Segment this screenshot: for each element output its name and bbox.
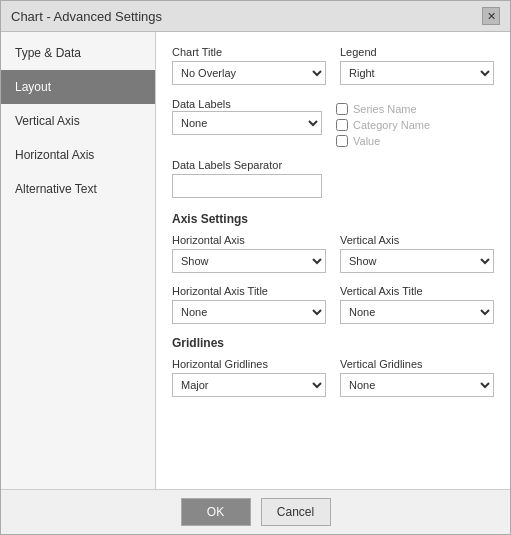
close-button[interactable]: ✕ [482, 7, 500, 25]
vertical-axis-title-select[interactable]: None [340, 300, 494, 324]
data-labels-separator-group: Data Labels Separator [172, 159, 494, 198]
value-label: Value [353, 135, 380, 147]
main-content: Chart Title No Overlay Legend Right Data… [156, 32, 510, 489]
vertical-axis-title-group: Vertical Axis Title None [340, 285, 494, 324]
data-labels-label: Data Labels [172, 98, 231, 110]
ok-button[interactable]: OK [181, 498, 251, 526]
chart-title-select[interactable]: No Overlay [172, 61, 326, 85]
horizontal-axis-title-select[interactable]: None [172, 300, 326, 324]
category-name-label: Category Name [353, 119, 430, 131]
value-checkbox[interactable] [336, 135, 348, 147]
dialog-header: Chart - Advanced Settings ✕ [1, 1, 510, 32]
chart-title-label: Chart Title [172, 46, 326, 58]
data-labels-group: Data Labels None [172, 97, 322, 147]
sidebar-item-type-data[interactable]: Type & Data [1, 36, 155, 70]
horizontal-axis-select[interactable]: Show [172, 249, 326, 273]
data-labels-checkboxes: Series Name Category Name Value [336, 97, 494, 147]
horizontal-axis-title-group: Horizontal Axis Title None [172, 285, 326, 324]
sidebar-item-alternative-text[interactable]: Alternative Text [1, 172, 155, 206]
dialog: Chart - Advanced Settings ✕ Type & Data … [0, 0, 511, 535]
vertical-axis-group: Vertical Axis Show [340, 234, 494, 273]
series-name-checkbox-item[interactable]: Series Name [336, 103, 494, 115]
vertical-axis-select[interactable]: Show [340, 249, 494, 273]
gridlines-row: Horizontal Gridlines Major Vertical Grid… [172, 358, 494, 397]
gridlines-title: Gridlines [172, 336, 494, 350]
axis-title-row: Horizontal Axis Title None Vertical Axis… [172, 285, 494, 324]
category-name-checkbox[interactable] [336, 119, 348, 131]
vertical-gridlines-label: Vertical Gridlines [340, 358, 494, 370]
vertical-axis-title-label: Vertical Axis Title [340, 285, 494, 297]
dialog-body: Type & Data Layout Vertical Axis Horizon… [1, 32, 510, 489]
horizontal-axis-group: Horizontal Axis Show [172, 234, 326, 273]
axis-settings-title: Axis Settings [172, 212, 494, 226]
data-labels-row: Data Labels None Series Name Category Na [172, 97, 494, 147]
sidebar-item-vertical-axis[interactable]: Vertical Axis [1, 104, 155, 138]
cancel-button[interactable]: Cancel [261, 498, 331, 526]
axis-row: Horizontal Axis Show Vertical Axis Show [172, 234, 494, 273]
data-labels-separator-label: Data Labels Separator [172, 159, 494, 171]
category-name-checkbox-item[interactable]: Category Name [336, 119, 494, 131]
dialog-title: Chart - Advanced Settings [11, 9, 162, 24]
horizontal-axis-title-label: Horizontal Axis Title [172, 285, 326, 297]
checkbox-group: Series Name Category Name Value [336, 103, 494, 147]
data-labels-separator-input[interactable] [172, 174, 322, 198]
horizontal-gridlines-group: Horizontal Gridlines Major [172, 358, 326, 397]
data-labels-select[interactable]: None [172, 111, 322, 135]
dialog-footer: OK Cancel [1, 489, 510, 534]
vertical-gridlines-group: Vertical Gridlines None [340, 358, 494, 397]
horizontal-axis-label: Horizontal Axis [172, 234, 326, 246]
sidebar-item-layout[interactable]: Layout [1, 70, 155, 104]
sidebar-item-horizontal-axis[interactable]: Horizontal Axis [1, 138, 155, 172]
chart-title-group: Chart Title No Overlay [172, 46, 326, 85]
horizontal-gridlines-label: Horizontal Gridlines [172, 358, 326, 370]
value-checkbox-item[interactable]: Value [336, 135, 494, 147]
legend-group: Legend Right [340, 46, 494, 85]
vertical-gridlines-select[interactable]: None [340, 373, 494, 397]
series-name-label: Series Name [353, 103, 417, 115]
legend-select[interactable]: Right [340, 61, 494, 85]
horizontal-gridlines-select[interactable]: Major [172, 373, 326, 397]
legend-label: Legend [340, 46, 494, 58]
vertical-axis-label: Vertical Axis [340, 234, 494, 246]
series-name-checkbox[interactable] [336, 103, 348, 115]
chart-title-legend-row: Chart Title No Overlay Legend Right [172, 46, 494, 85]
sidebar: Type & Data Layout Vertical Axis Horizon… [1, 32, 156, 489]
